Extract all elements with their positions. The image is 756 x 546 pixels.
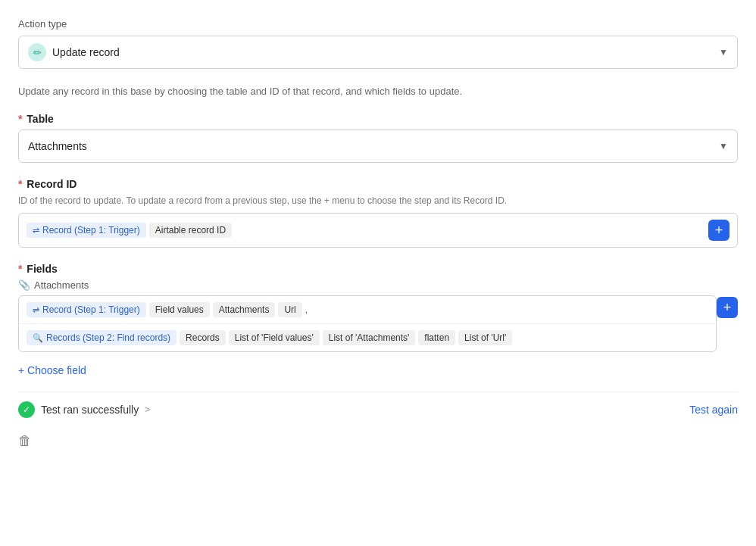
- record-id-row: ⇌ Record (Step 1: Trigger) Airtable reco…: [18, 213, 738, 248]
- record-id-label: * Record ID: [18, 178, 738, 190]
- test-row: ✓ Test ran successfully > Test again: [18, 392, 738, 427]
- field-rows-wrapper: ⇌ Record (Step 1: Trigger) Field values …: [18, 295, 717, 352]
- record-id-required-star: *: [18, 178, 22, 190]
- record-token-icon: ⇌: [33, 226, 39, 236]
- fields-label: * Fields: [18, 263, 738, 275]
- action-type-icon: ✏: [28, 43, 46, 61]
- action-type-select[interactable]: ✏ Update record ▼: [18, 36, 738, 69]
- fields-required-star: *: [18, 263, 22, 275]
- delete-button[interactable]: 🗑: [18, 433, 738, 449]
- action-type-label: Action type: [18, 18, 738, 30]
- test-success-container[interactable]: ✓ Test ran successfully >: [18, 401, 150, 418]
- test-again-button[interactable]: Test again: [689, 404, 738, 416]
- table-required-star: *: [18, 113, 22, 125]
- row2-icon: 🔍: [33, 333, 43, 343]
- clip-icon: 📎: [18, 279, 30, 291]
- record-id-tokens: ⇌ Record (Step 1: Trigger) Airtable reco…: [27, 223, 699, 238]
- description-text: Update any record in this base by choosi…: [18, 84, 738, 99]
- field-row-2: 🔍 Records (Step 2: Find records) Records…: [19, 324, 716, 351]
- field-row1-comma: ,: [305, 304, 308, 315]
- table-label: * Table: [18, 113, 738, 125]
- field-row-1-tokens: ⇌ Record (Step 1: Trigger) Field values …: [27, 302, 708, 317]
- table-value: Attachments: [28, 140, 719, 152]
- field-row-2-tokens: 🔍 Records (Step 2: Find records) Records…: [27, 330, 708, 345]
- record-id-sub-label: ID of the record to update. To update a …: [18, 195, 738, 207]
- record-id-token-1: ⇌ Record (Step 1: Trigger): [27, 223, 146, 238]
- field-row-1: ⇌ Record (Step 1: Trigger) Field values …: [19, 296, 716, 324]
- field-row1-token1: ⇌ Record (Step 1: Trigger): [27, 302, 146, 317]
- field-row2-token6: List of 'Url': [458, 330, 512, 345]
- field-row2-token3: List of 'Field values': [229, 330, 320, 345]
- choose-field-button[interactable]: + Choose field: [18, 364, 86, 376]
- success-icon: ✓: [18, 401, 35, 418]
- field-row2-token5: flatten: [418, 330, 455, 345]
- fields-plus-button[interactable]: +: [717, 297, 738, 318]
- record-id-token-2: Airtable record ID: [149, 223, 232, 238]
- test-chevron-right: >: [145, 404, 150, 415]
- field-row1-token2: Field values: [149, 302, 210, 317]
- action-type-chevron: ▼: [719, 47, 728, 58]
- action-type-value: Update record: [52, 46, 719, 58]
- table-select[interactable]: Attachments ▼: [18, 129, 738, 163]
- table-chevron: ▼: [719, 141, 728, 151]
- field-row1-token4: Url: [278, 302, 301, 317]
- record-id-plus-button[interactable]: +: [708, 220, 729, 241]
- field-row2-token4: List of 'Attachments': [323, 330, 416, 345]
- field-row2-token2: Records: [180, 330, 226, 345]
- attachments-label: 📎 Attachments: [18, 279, 738, 291]
- field-row1-token3: Attachments: [213, 302, 276, 317]
- field-row2-token1: 🔍 Records (Step 2: Find records): [27, 330, 177, 345]
- row1-icon: ⇌: [33, 305, 39, 315]
- test-success-label: Test ran successfully: [41, 404, 139, 416]
